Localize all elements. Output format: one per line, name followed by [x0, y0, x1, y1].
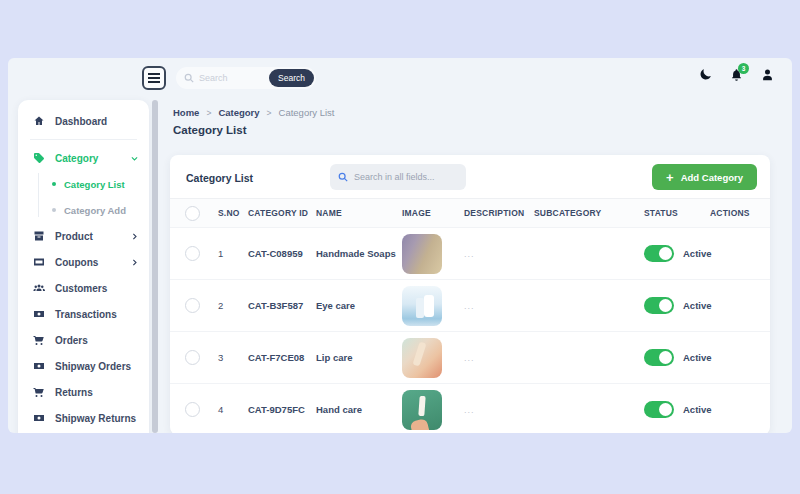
chevron-down-icon: [130, 149, 139, 167]
card-title: Category List: [186, 172, 253, 184]
table-search[interactable]: [330, 164, 466, 190]
row-name: Hand care: [312, 404, 398, 415]
chevron-right-icon: [130, 227, 139, 245]
cart-icon: [33, 386, 45, 398]
chevron-right-icon: [130, 253, 139, 271]
row-description: ...: [460, 249, 530, 259]
sidebar-item-label: Shipway Returns: [55, 413, 136, 424]
search-icon: [338, 172, 348, 182]
column-header-sno: S.NO: [214, 208, 244, 218]
topbar-search-input[interactable]: [199, 73, 269, 83]
profile-button[interactable]: [758, 67, 776, 85]
status-toggle[interactable]: [644, 245, 674, 262]
sidebar-item-coupons[interactable]: Coupons: [18, 249, 149, 275]
page-title: Category List: [173, 124, 247, 136]
row-name: Lip care: [312, 352, 398, 363]
breadcrumb-category[interactable]: Category: [218, 107, 259, 118]
column-header-description: DESCRIPTION: [460, 208, 530, 218]
topbar-search[interactable]: Search: [176, 67, 316, 89]
row-sno: 3: [214, 352, 244, 363]
cash-icon: [33, 412, 45, 424]
sidebar-item-label: Shipway Orders: [55, 361, 131, 372]
row-checkbox[interactable]: [185, 350, 200, 365]
sidebar-item-orders[interactable]: Orders: [18, 327, 149, 353]
row-checkbox[interactable]: [185, 298, 200, 313]
category-image: [402, 286, 442, 326]
sidebar-item-shipway-orders[interactable]: Shipway Orders: [18, 353, 149, 379]
add-category-button[interactable]: + Add Category: [652, 164, 757, 190]
plus-icon: +: [666, 171, 674, 184]
sidebar-item-category-list[interactable]: Category List: [18, 171, 149, 197]
box-icon: [33, 230, 45, 242]
column-header-category-id: CATEGORY ID: [244, 208, 312, 218]
sidebar-item-label: Category: [55, 153, 98, 164]
sidebar-item-label: Returns: [55, 387, 93, 398]
topbar-search-button[interactable]: Search: [269, 69, 314, 87]
moon-icon: [698, 67, 713, 82]
search-icon: [184, 73, 194, 83]
row-sno: 2: [214, 300, 244, 311]
category-image: [402, 390, 442, 430]
row-name: Handmade Soaps: [312, 248, 398, 259]
row-category-id: CAT-9D75FC: [244, 404, 312, 415]
sidebar: Dashboard Category Category List Categor…: [18, 100, 149, 433]
menu-toggle-button[interactable]: [142, 66, 166, 90]
sidebar-item-shipway-returns[interactable]: Shipway Returns: [18, 405, 149, 431]
cash-icon: [33, 308, 45, 320]
sidebar-item-returns[interactable]: Returns: [18, 379, 149, 405]
vertical-scrollbar[interactable]: [152, 100, 158, 433]
status-toggle[interactable]: [644, 401, 674, 418]
sidebar-item-label: Dashboard: [55, 116, 107, 127]
dark-mode-toggle[interactable]: [696, 67, 714, 85]
topbar-actions: 3: [696, 67, 776, 85]
column-header-status: STATUS: [640, 208, 706, 218]
status-toggle[interactable]: [644, 297, 674, 314]
add-category-label: Add Category: [681, 172, 743, 183]
divider: [30, 139, 137, 140]
sidebar-item-dashboard[interactable]: Dashboard: [18, 108, 149, 134]
row-description: ...: [460, 353, 530, 363]
column-header-name: NAME: [312, 208, 398, 218]
cart-icon: [33, 334, 45, 346]
card-header: Category List + Add Category: [170, 155, 770, 199]
home-icon: [33, 115, 45, 127]
sidebar-item-category[interactable]: Category: [18, 145, 149, 171]
scrollbar-thumb[interactable]: [152, 100, 158, 433]
user-icon: [760, 67, 775, 82]
notifications-button[interactable]: 3: [727, 67, 745, 85]
row-name: Eye care: [312, 300, 398, 311]
app-window: Search 3 Dashboard Category Category Li: [8, 58, 792, 433]
status-label: Active: [683, 300, 712, 311]
row-category-id: CAT-B3F587: [244, 300, 312, 311]
sidebar-item-transactions[interactable]: Transactions: [18, 301, 149, 327]
table-search-input[interactable]: [354, 172, 454, 182]
row-sno: 4: [214, 404, 244, 415]
coupon-icon: [33, 256, 45, 268]
users-icon: [33, 282, 45, 294]
category-image: [402, 234, 442, 274]
breadcrumb-home[interactable]: Home: [173, 107, 199, 118]
breadcrumb-current: Category List: [279, 107, 335, 118]
column-header-subcategory: SUBCATEGORY: [530, 208, 640, 218]
breadcrumb: Home > Category > Category List: [173, 107, 335, 118]
sidebar-item-product[interactable]: Product: [18, 223, 149, 249]
table-row: 2 CAT-B3F587 Eye care ... Active: [170, 279, 770, 331]
table-row: 1 CAT-C08959 Handmade Soaps ... Active: [170, 227, 770, 279]
sidebar-item-label: Orders: [55, 335, 88, 346]
category-list-card: Category List + Add Category S.NO CATEGO…: [170, 155, 770, 433]
sidebar-item-label: Category Add: [64, 205, 126, 216]
sidebar-item-customers[interactable]: Customers: [18, 275, 149, 301]
bullet-icon: [52, 208, 56, 212]
row-checkbox[interactable]: [185, 402, 200, 417]
hamburger-icon: [148, 77, 160, 79]
tag-icon: [33, 152, 45, 164]
select-all-checkbox[interactable]: [185, 206, 200, 221]
sidebar-item-category-add[interactable]: Category Add: [18, 197, 149, 223]
table-header-row: S.NO CATEGORY ID NAME IMAGE DESCRIPTION …: [170, 199, 770, 227]
row-checkbox[interactable]: [185, 246, 200, 261]
status-toggle[interactable]: [644, 349, 674, 366]
column-header-actions: ACTIONS: [706, 208, 770, 218]
cash-icon: [33, 360, 45, 372]
row-description: ...: [460, 301, 530, 311]
notification-badge: 3: [738, 63, 749, 74]
